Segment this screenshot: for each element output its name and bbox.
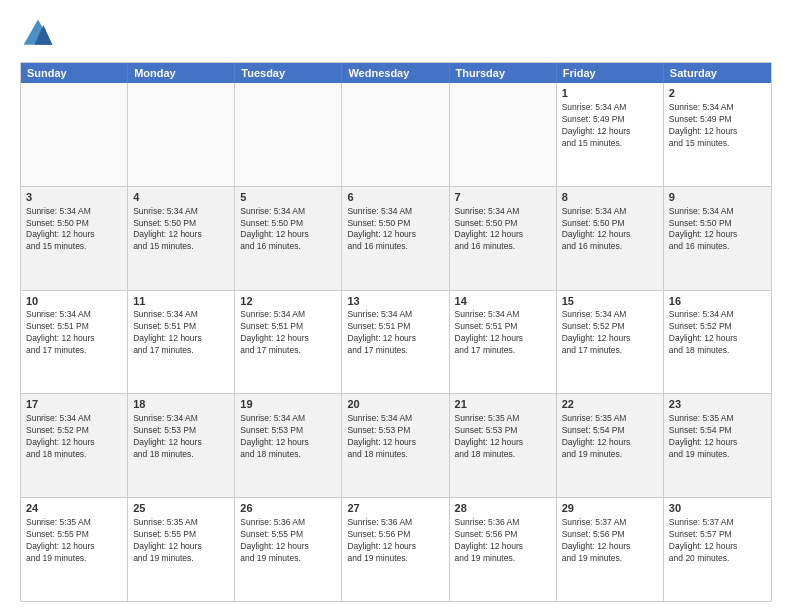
cal-cell: 25Sunrise: 5:35 AM Sunset: 5:55 PM Dayli… xyxy=(128,498,235,601)
cell-detail: Sunrise: 5:35 AM Sunset: 5:55 PM Dayligh… xyxy=(133,517,229,565)
day-number: 8 xyxy=(562,190,658,205)
cal-cell: 22Sunrise: 5:35 AM Sunset: 5:54 PM Dayli… xyxy=(557,394,664,497)
cal-cell: 19Sunrise: 5:34 AM Sunset: 5:53 PM Dayli… xyxy=(235,394,342,497)
cal-cell: 14Sunrise: 5:34 AM Sunset: 5:51 PM Dayli… xyxy=(450,291,557,394)
week-row-3: 10Sunrise: 5:34 AM Sunset: 5:51 PM Dayli… xyxy=(21,290,771,394)
cal-cell: 28Sunrise: 5:36 AM Sunset: 5:56 PM Dayli… xyxy=(450,498,557,601)
cell-detail: Sunrise: 5:35 AM Sunset: 5:55 PM Dayligh… xyxy=(26,517,122,565)
day-number: 11 xyxy=(133,294,229,309)
cal-cell: 30Sunrise: 5:37 AM Sunset: 5:57 PM Dayli… xyxy=(664,498,771,601)
day-number: 3 xyxy=(26,190,122,205)
day-number: 4 xyxy=(133,190,229,205)
day-number: 10 xyxy=(26,294,122,309)
day-number: 18 xyxy=(133,397,229,412)
cell-detail: Sunrise: 5:34 AM Sunset: 5:50 PM Dayligh… xyxy=(347,206,443,254)
cell-detail: Sunrise: 5:37 AM Sunset: 5:56 PM Dayligh… xyxy=(562,517,658,565)
header xyxy=(20,16,772,52)
cell-detail: Sunrise: 5:34 AM Sunset: 5:52 PM Dayligh… xyxy=(26,413,122,461)
day-number: 1 xyxy=(562,86,658,101)
cell-detail: Sunrise: 5:34 AM Sunset: 5:51 PM Dayligh… xyxy=(26,309,122,357)
calendar-header: SundayMondayTuesdayWednesdayThursdayFrid… xyxy=(21,63,771,83)
cell-detail: Sunrise: 5:34 AM Sunset: 5:49 PM Dayligh… xyxy=(669,102,766,150)
cal-cell: 10Sunrise: 5:34 AM Sunset: 5:51 PM Dayli… xyxy=(21,291,128,394)
cell-detail: Sunrise: 5:34 AM Sunset: 5:50 PM Dayligh… xyxy=(669,206,766,254)
cal-cell: 21Sunrise: 5:35 AM Sunset: 5:53 PM Dayli… xyxy=(450,394,557,497)
cal-cell xyxy=(342,83,449,186)
day-number: 13 xyxy=(347,294,443,309)
cal-cell: 1Sunrise: 5:34 AM Sunset: 5:49 PM Daylig… xyxy=(557,83,664,186)
day-number: 28 xyxy=(455,501,551,516)
day-number: 26 xyxy=(240,501,336,516)
cal-cell: 23Sunrise: 5:35 AM Sunset: 5:54 PM Dayli… xyxy=(664,394,771,497)
cell-detail: Sunrise: 5:34 AM Sunset: 5:51 PM Dayligh… xyxy=(347,309,443,357)
day-number: 20 xyxy=(347,397,443,412)
day-number: 27 xyxy=(347,501,443,516)
cell-detail: Sunrise: 5:34 AM Sunset: 5:50 PM Dayligh… xyxy=(562,206,658,254)
cal-cell: 13Sunrise: 5:34 AM Sunset: 5:51 PM Dayli… xyxy=(342,291,449,394)
week-row-2: 3Sunrise: 5:34 AM Sunset: 5:50 PM Daylig… xyxy=(21,186,771,290)
day-number: 19 xyxy=(240,397,336,412)
cal-cell: 5Sunrise: 5:34 AM Sunset: 5:50 PM Daylig… xyxy=(235,187,342,290)
cell-detail: Sunrise: 5:34 AM Sunset: 5:49 PM Dayligh… xyxy=(562,102,658,150)
day-number: 22 xyxy=(562,397,658,412)
cal-cell: 9Sunrise: 5:34 AM Sunset: 5:50 PM Daylig… xyxy=(664,187,771,290)
cal-cell: 17Sunrise: 5:34 AM Sunset: 5:52 PM Dayli… xyxy=(21,394,128,497)
cal-cell xyxy=(235,83,342,186)
cell-detail: Sunrise: 5:34 AM Sunset: 5:50 PM Dayligh… xyxy=(455,206,551,254)
day-number: 30 xyxy=(669,501,766,516)
cal-cell: 29Sunrise: 5:37 AM Sunset: 5:56 PM Dayli… xyxy=(557,498,664,601)
day-number: 12 xyxy=(240,294,336,309)
cal-cell: 3Sunrise: 5:34 AM Sunset: 5:50 PM Daylig… xyxy=(21,187,128,290)
cell-detail: Sunrise: 5:34 AM Sunset: 5:50 PM Dayligh… xyxy=(26,206,122,254)
cal-cell: 26Sunrise: 5:36 AM Sunset: 5:55 PM Dayli… xyxy=(235,498,342,601)
cell-detail: Sunrise: 5:36 AM Sunset: 5:56 PM Dayligh… xyxy=(455,517,551,565)
day-number: 6 xyxy=(347,190,443,205)
cell-detail: Sunrise: 5:35 AM Sunset: 5:53 PM Dayligh… xyxy=(455,413,551,461)
cal-cell: 16Sunrise: 5:34 AM Sunset: 5:52 PM Dayli… xyxy=(664,291,771,394)
calendar: SundayMondayTuesdayWednesdayThursdayFrid… xyxy=(20,62,772,602)
header-day-tuesday: Tuesday xyxy=(235,63,342,83)
cell-detail: Sunrise: 5:36 AM Sunset: 5:56 PM Dayligh… xyxy=(347,517,443,565)
day-number: 5 xyxy=(240,190,336,205)
cell-detail: Sunrise: 5:35 AM Sunset: 5:54 PM Dayligh… xyxy=(562,413,658,461)
day-number: 29 xyxy=(562,501,658,516)
cal-cell xyxy=(128,83,235,186)
page: SundayMondayTuesdayWednesdayThursdayFrid… xyxy=(0,0,792,612)
header-day-friday: Friday xyxy=(557,63,664,83)
cal-cell: 6Sunrise: 5:34 AM Sunset: 5:50 PM Daylig… xyxy=(342,187,449,290)
cal-cell: 11Sunrise: 5:34 AM Sunset: 5:51 PM Dayli… xyxy=(128,291,235,394)
cell-detail: Sunrise: 5:35 AM Sunset: 5:54 PM Dayligh… xyxy=(669,413,766,461)
cell-detail: Sunrise: 5:34 AM Sunset: 5:51 PM Dayligh… xyxy=(133,309,229,357)
day-number: 24 xyxy=(26,501,122,516)
cell-detail: Sunrise: 5:34 AM Sunset: 5:52 PM Dayligh… xyxy=(562,309,658,357)
day-number: 23 xyxy=(669,397,766,412)
cal-cell: 20Sunrise: 5:34 AM Sunset: 5:53 PM Dayli… xyxy=(342,394,449,497)
day-number: 15 xyxy=(562,294,658,309)
day-number: 25 xyxy=(133,501,229,516)
day-number: 17 xyxy=(26,397,122,412)
cal-cell xyxy=(21,83,128,186)
cal-cell: 15Sunrise: 5:34 AM Sunset: 5:52 PM Dayli… xyxy=(557,291,664,394)
cell-detail: Sunrise: 5:34 AM Sunset: 5:51 PM Dayligh… xyxy=(455,309,551,357)
day-number: 9 xyxy=(669,190,766,205)
cal-cell: 18Sunrise: 5:34 AM Sunset: 5:53 PM Dayli… xyxy=(128,394,235,497)
cell-detail: Sunrise: 5:34 AM Sunset: 5:50 PM Dayligh… xyxy=(133,206,229,254)
cell-detail: Sunrise: 5:34 AM Sunset: 5:53 PM Dayligh… xyxy=(240,413,336,461)
cell-detail: Sunrise: 5:34 AM Sunset: 5:50 PM Dayligh… xyxy=(240,206,336,254)
week-row-5: 24Sunrise: 5:35 AM Sunset: 5:55 PM Dayli… xyxy=(21,497,771,601)
cal-cell: 27Sunrise: 5:36 AM Sunset: 5:56 PM Dayli… xyxy=(342,498,449,601)
cell-detail: Sunrise: 5:36 AM Sunset: 5:55 PM Dayligh… xyxy=(240,517,336,565)
cal-cell: 7Sunrise: 5:34 AM Sunset: 5:50 PM Daylig… xyxy=(450,187,557,290)
cal-cell: 4Sunrise: 5:34 AM Sunset: 5:50 PM Daylig… xyxy=(128,187,235,290)
day-number: 21 xyxy=(455,397,551,412)
cal-cell xyxy=(450,83,557,186)
header-day-wednesday: Wednesday xyxy=(342,63,449,83)
cell-detail: Sunrise: 5:34 AM Sunset: 5:52 PM Dayligh… xyxy=(669,309,766,357)
cal-cell: 2Sunrise: 5:34 AM Sunset: 5:49 PM Daylig… xyxy=(664,83,771,186)
header-day-thursday: Thursday xyxy=(450,63,557,83)
day-number: 16 xyxy=(669,294,766,309)
day-number: 2 xyxy=(669,86,766,101)
cal-cell: 8Sunrise: 5:34 AM Sunset: 5:50 PM Daylig… xyxy=(557,187,664,290)
header-day-sunday: Sunday xyxy=(21,63,128,83)
day-number: 7 xyxy=(455,190,551,205)
